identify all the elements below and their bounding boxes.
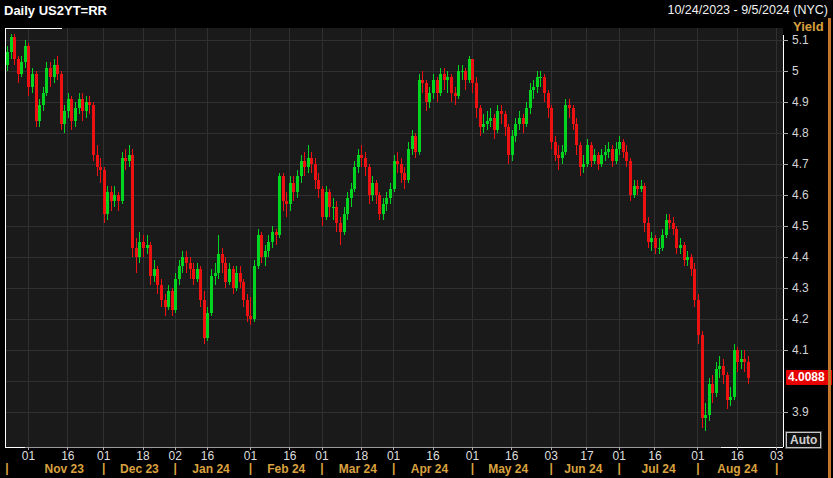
candle-down: [443, 74, 446, 80]
candle-down: [35, 74, 38, 121]
candle-up: [24, 46, 27, 62]
auto-scale-button[interactable]: Auto: [786, 432, 821, 448]
candle-up: [253, 266, 256, 319]
x-day-label: 16: [426, 449, 439, 463]
candle-down: [17, 59, 20, 75]
candle-up: [278, 176, 281, 235]
x-day-label: 18: [355, 449, 368, 463]
x-day-label: 18: [136, 449, 149, 463]
candle-up: [42, 93, 45, 105]
candle-down: [403, 173, 406, 179]
candle-up: [153, 269, 156, 275]
candle-down: [400, 164, 403, 173]
candle-up: [496, 111, 499, 130]
candle-down: [722, 366, 725, 375]
candle-down: [310, 158, 313, 164]
y-tick-label: 4.3: [792, 281, 809, 295]
candle-up: [704, 415, 707, 418]
candle-up: [482, 124, 485, 127]
candle-down: [171, 291, 174, 310]
candle-up: [686, 257, 689, 260]
candle-up: [228, 269, 231, 281]
candle-up: [196, 269, 199, 278]
candle-up: [146, 245, 149, 248]
candle-down: [292, 183, 295, 192]
candle-down: [135, 248, 138, 257]
candle-down: [239, 273, 242, 282]
candle-down: [425, 83, 428, 102]
candle-up: [385, 198, 388, 204]
candle-up: [113, 195, 116, 201]
candle-down: [92, 105, 95, 155]
candle-down: [575, 124, 578, 146]
candle-up: [45, 68, 48, 93]
candle-down: [697, 300, 700, 334]
candle-down: [246, 300, 249, 316]
candle-down: [156, 269, 159, 285]
candle-down: [160, 285, 163, 301]
candle-down: [110, 192, 113, 201]
y-tick-label: 4.9: [792, 95, 809, 109]
candle-up: [267, 242, 270, 251]
candle-up: [343, 214, 346, 233]
candle-down: [185, 257, 188, 263]
candle-up: [593, 155, 596, 161]
candle-up: [446, 77, 449, 80]
candle-up: [536, 77, 539, 86]
candle-up: [357, 155, 360, 167]
candle-down: [701, 335, 704, 419]
last-price-flag: 4.0088: [786, 370, 832, 385]
candle-up: [20, 62, 23, 74]
candle-up: [289, 183, 292, 205]
candle-down: [339, 223, 342, 232]
y-tick-label: 4.4: [792, 250, 809, 264]
x-month-label: May 24: [488, 462, 528, 476]
candle-up: [489, 118, 492, 121]
x-month-separator: |: [696, 461, 699, 475]
candle-up: [733, 350, 736, 397]
candle-up: [461, 71, 464, 72]
candle-up: [217, 254, 220, 273]
x-day-label: 16: [731, 449, 744, 463]
x-month-label: Feb 24: [267, 462, 305, 476]
candle-down: [554, 142, 557, 154]
candle-up: [640, 186, 643, 189]
candle-up: [128, 155, 131, 161]
x-month-separator: |: [5, 461, 8, 475]
candle-up: [53, 65, 56, 77]
candle-down: [189, 263, 192, 269]
candle-down: [285, 201, 288, 204]
candle-up: [407, 149, 410, 180]
candle-down: [142, 242, 145, 248]
candle-up: [371, 183, 374, 195]
candle-up: [532, 87, 535, 90]
candle-up: [121, 158, 124, 201]
candle-down: [232, 269, 235, 288]
candle-up: [428, 93, 431, 102]
x-month-separator: |: [174, 461, 177, 475]
x-month-label: Aug 24: [717, 462, 757, 476]
candle-up: [31, 74, 34, 86]
candle-down: [221, 254, 224, 263]
candle-up: [715, 369, 718, 394]
candle-up: [264, 251, 267, 257]
candle-up: [210, 276, 213, 313]
candle-up: [389, 189, 392, 198]
x-month-label: Mar 24: [339, 462, 377, 476]
candle-down: [314, 164, 317, 180]
x-month-separator: |: [471, 461, 474, 475]
candle-up: [604, 152, 607, 155]
candle-down: [249, 316, 252, 319]
x-day-label: 16: [61, 449, 74, 463]
candle-up: [38, 105, 41, 121]
candle-up: [718, 366, 721, 369]
candle-up: [607, 149, 610, 152]
candlestick-chart-canvas[interactable]: [0, 0, 833, 478]
candle-down: [543, 77, 546, 93]
candle-up: [350, 189, 353, 198]
candle-down: [711, 384, 714, 393]
candle-up: [106, 192, 109, 214]
candle-up: [63, 111, 66, 123]
candle-up: [307, 158, 310, 167]
candle-down: [504, 114, 507, 126]
